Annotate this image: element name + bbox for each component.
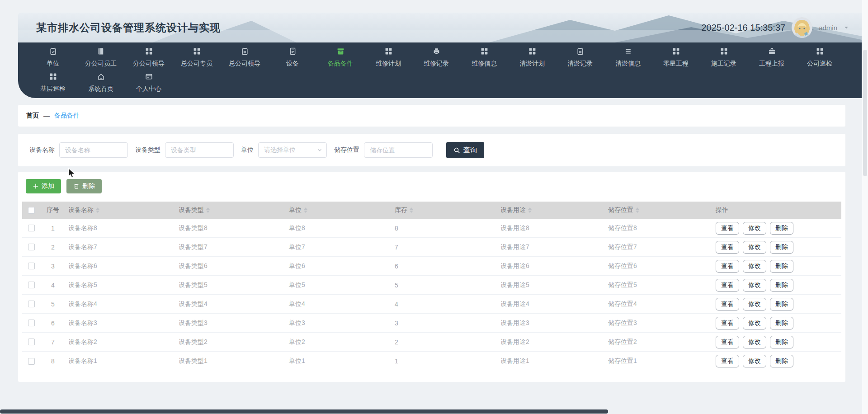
sort-icon[interactable] [96, 207, 99, 213]
breadcrumb-home[interactable]: 首页 [26, 112, 39, 120]
cell-usage: 设备用途1 [498, 357, 605, 365]
header-cell-unit[interactable]: 单位 [286, 206, 392, 214]
caret-down-icon[interactable] [844, 25, 849, 30]
nav-item-row2-1[interactable]: 系统首页 [77, 68, 125, 93]
nav-item-row1-11[interactable]: 清淤记录 [556, 42, 604, 68]
device-name-input[interactable] [59, 142, 128, 158]
cell-name: 设备名称6 [66, 262, 176, 270]
nav-item-row2-2[interactable]: 个人中心 [125, 68, 173, 93]
delete-row-button[interactable]: 删除 [770, 336, 793, 348]
edit-button[interactable]: 修改 [743, 279, 766, 292]
header-cell-index[interactable]: 序号 [40, 206, 66, 214]
delete-row-button[interactable]: 删除 [770, 355, 793, 367]
cell-unit: 单位7 [286, 243, 392, 251]
nav-item-row2-0[interactable]: 基层巡检 [29, 68, 77, 93]
nav-item-row1-4[interactable]: 总公司领导 [221, 42, 269, 68]
sort-icon[interactable] [528, 207, 532, 213]
header-cell-type[interactable]: 设备类型 [176, 206, 286, 214]
breadcrumb-current[interactable]: 备品备件 [54, 112, 80, 120]
add-button[interactable]: 添加 [26, 179, 61, 193]
sort-icon[interactable] [206, 207, 210, 213]
delete-row-button[interactable]: 删除 [770, 317, 793, 329]
row-actions: 查看修改删除 [713, 260, 841, 273]
grid-icon [385, 47, 392, 56]
header-cell-usage[interactable]: 设备用途 [498, 206, 605, 214]
view-button[interactable]: 查看 [716, 279, 739, 292]
sort-icon[interactable] [304, 207, 307, 213]
vertical-scrollbar[interactable] [862, 0, 868, 414]
edit-button[interactable]: 修改 [743, 222, 766, 235]
view-button[interactable]: 查看 [716, 298, 739, 310]
delete-row-button[interactable]: 删除 [770, 260, 793, 273]
nav-item-row1-7[interactable]: 维修计划 [364, 42, 412, 68]
horizontal-scrollbar-thumb[interactable] [0, 409, 608, 414]
row-checkbox[interactable] [28, 339, 35, 345]
table-header-row: 序号设备名称设备类型单位库存设备用途储存位置操作 [22, 202, 841, 219]
header-checkbox-cell [22, 207, 40, 214]
edit-button[interactable]: 修改 [743, 298, 766, 310]
row-checkbox[interactable] [28, 320, 35, 326]
edit-button[interactable]: 修改 [743, 241, 766, 254]
row-checkbox[interactable] [28, 263, 35, 269]
edit-button[interactable]: 修改 [743, 317, 766, 329]
view-button[interactable]: 查看 [716, 336, 739, 348]
add-button-label: 添加 [42, 182, 54, 190]
header-cell-location[interactable]: 储存位置 [605, 206, 713, 214]
unit-select[interactable]: 请选择单位 [258, 142, 327, 158]
nav-item-row1-14[interactable]: 施工记录 [700, 42, 748, 68]
sort-icon[interactable] [636, 207, 639, 213]
nav-item-row1-10[interactable]: 清淤计划 [508, 42, 556, 68]
row-checkbox[interactable] [28, 301, 35, 307]
edit-button[interactable]: 修改 [743, 260, 766, 273]
row-checkbox[interactable] [28, 225, 35, 231]
sort-icon[interactable] [410, 207, 413, 213]
edit-button[interactable]: 修改 [743, 355, 766, 367]
view-button[interactable]: 查看 [716, 317, 739, 329]
delete-row-button[interactable]: 删除 [770, 279, 793, 292]
row-checkbox[interactable] [28, 358, 35, 365]
header-cell-stock[interactable]: 库存 [392, 206, 498, 214]
delete-row-button[interactable]: 删除 [770, 298, 793, 310]
search-group-device-type: 设备类型 [135, 142, 234, 158]
nav-item-row1-1[interactable]: 分公司员工 [77, 42, 125, 68]
device-type-input[interactable] [165, 142, 234, 158]
nav-item-row1-15[interactable]: 工程上报 [748, 42, 796, 68]
nav-item-label: 基层巡检 [29, 85, 77, 93]
nav-item-row1-6[interactable]: 备品备件 [316, 42, 364, 68]
view-button[interactable]: 查看 [716, 260, 739, 273]
vertical-scrollbar-thumb[interactable] [863, 50, 867, 176]
row-checkbox[interactable] [28, 244, 35, 250]
header-cell-name[interactable]: 设备名称 [66, 206, 176, 214]
row-checkbox[interactable] [28, 282, 35, 288]
username[interactable]: admin [819, 24, 837, 32]
query-button[interactable]: 查询 [446, 142, 484, 158]
nav-item-row1-2[interactable]: 分公司领导 [125, 42, 173, 68]
delete-button[interactable]: 删除 [66, 179, 102, 193]
nav-item-row1-9[interactable]: 维修信息 [460, 42, 508, 68]
cell-index: 7 [40, 339, 66, 346]
user-avatar[interactable] [792, 17, 812, 38]
nav-item-row1-0[interactable]: 单位 [29, 42, 77, 68]
cell-location: 储存位置1 [605, 357, 713, 365]
chevron-down-icon [316, 147, 323, 153]
nav-item-row1-16[interactable]: 公司巡检 [796, 42, 844, 68]
nav-item-label: 零星工程 [652, 60, 700, 68]
nav-item-row1-12[interactable]: 清淤信息 [604, 42, 652, 68]
header-cell-actions[interactable]: 操作 [713, 206, 841, 214]
cell-stock: 1 [392, 358, 498, 365]
column-label: 操作 [716, 206, 728, 214]
storage-location-label: 储存位置 [334, 146, 359, 154]
storage-location-input[interactable] [364, 142, 433, 158]
edit-button[interactable]: 修改 [743, 336, 766, 348]
delete-row-button[interactable]: 删除 [770, 222, 793, 235]
nav-item-row1-13[interactable]: 零星工程 [652, 42, 700, 68]
cell-name: 设备名称7 [66, 243, 176, 251]
select-all-checkbox[interactable] [28, 207, 35, 214]
nav-item-row1-8[interactable]: 维修记录 [412, 42, 460, 68]
delete-row-button[interactable]: 删除 [770, 241, 793, 254]
nav-item-row1-5[interactable]: 设备 [269, 42, 316, 68]
view-button[interactable]: 查看 [716, 355, 739, 367]
view-button[interactable]: 查看 [716, 241, 739, 254]
nav-item-row1-3[interactable]: 总公司专员 [173, 42, 221, 68]
view-button[interactable]: 查看 [716, 222, 739, 235]
